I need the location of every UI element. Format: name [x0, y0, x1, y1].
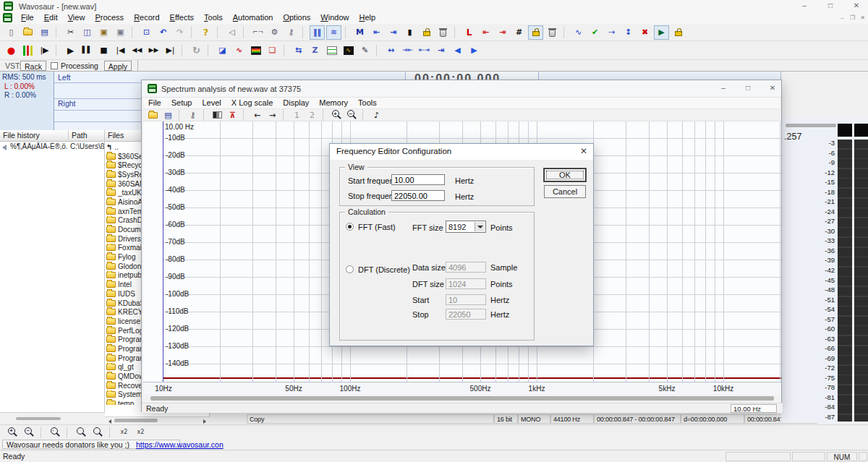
zoom-selection-icon[interactable]: ∙	[48, 425, 63, 440]
selection-left-icon[interactable]: ⇤⇥	[417, 43, 432, 58]
zoom-x2-out-icon[interactable]: x2	[116, 425, 132, 440]
envelope-lock-icon[interactable]	[671, 25, 686, 40]
loop-start-icon[interactable]: ⇤	[478, 25, 493, 40]
spec-peak-icon[interactable]: ⊼	[226, 109, 239, 121]
menu-tools[interactable]: Tools	[199, 12, 228, 24]
spectrum-titlebar[interactable]: Spectrum analysis of new.wav at 37375 – …	[142, 80, 781, 98]
loop-delete-icon[interactable]	[545, 25, 560, 40]
redo-icon[interactable]: ↷	[172, 25, 187, 40]
marker-delete-icon[interactable]	[435, 25, 451, 40]
dialog-close-icon[interactable]: ✕	[580, 146, 587, 156]
menu-record[interactable]: Record	[129, 12, 164, 24]
cursor-left-icon[interactable]: ◀	[450, 43, 465, 58]
files-scrollbar[interactable]	[105, 416, 210, 424]
copy-icon[interactable]: ◫	[80, 25, 95, 40]
undo-icon[interactable]: ↶	[156, 25, 171, 40]
spec-menu-level[interactable]: Level	[197, 98, 226, 108]
waveform-view-icon[interactable]: ‖‖	[310, 25, 325, 40]
spec-note-icon[interactable]: ♪	[370, 109, 383, 121]
spectrum-scrollbar[interactable]	[143, 395, 781, 403]
zoom-in-icon[interactable]: +	[5, 425, 20, 440]
envelope-icon[interactable]: ∿	[571, 25, 586, 40]
help-icon[interactable]: ?	[198, 25, 213, 40]
spec-menu-file[interactable]: File	[143, 98, 166, 108]
rewind-icon[interactable]: ◀◀	[129, 43, 145, 58]
donation-link[interactable]: https://www.wavosaur.con	[136, 440, 224, 449]
midi-routing-icon[interactable]: ⚙	[267, 25, 282, 40]
clip-indicator-right[interactable]	[854, 124, 868, 137]
scrollbar-thumb[interactable]	[16, 417, 61, 420]
menu-file[interactable]: File	[16, 12, 39, 24]
vst-rack-button[interactable]: Rack	[20, 61, 46, 71]
loop-lock-icon[interactable]	[528, 25, 543, 40]
menu-process[interactable]: Process	[90, 12, 129, 24]
crop-icon[interactable]: ⊡	[139, 25, 154, 40]
spec-memory1-icon[interactable]: 1	[290, 109, 304, 121]
envelope-v-icon[interactable]: ↕	[621, 25, 636, 40]
pause-icon[interactable]: ▌▌	[80, 43, 95, 58]
spec-open-icon[interactable]	[146, 109, 160, 121]
marker-lock-icon[interactable]	[419, 25, 434, 40]
beat-detect-icon[interactable]: ∿	[341, 43, 356, 58]
open-file-icon[interactable]	[20, 25, 35, 40]
dialog-titlebar[interactable]: Frequency Editor Configuration ✕	[330, 144, 593, 160]
path-header[interactable]: Path	[69, 130, 105, 142]
spectrum-view-icon[interactable]: ∿	[231, 43, 247, 58]
spec-memory2-icon[interactable]: 2	[305, 109, 319, 121]
cursor-right-icon[interactable]: ▶	[467, 43, 482, 58]
zoom-x2-in-icon[interactable]: x2	[133, 425, 148, 440]
file-history-header[interactable]: File history	[0, 130, 69, 142]
spec-menu-memory[interactable]: Memory	[314, 98, 353, 108]
cancel-button[interactable]: Cancel	[544, 185, 586, 198]
scrollbar-thumb[interactable]	[114, 419, 158, 422]
keyboard-shortcut-icon[interactable]: ⚷	[284, 25, 299, 40]
close-button[interactable]: ✕	[845, 0, 868, 12]
spec-menu-tools[interactable]: Tools	[353, 98, 382, 108]
menu-edit[interactable]: Edit	[39, 12, 63, 24]
menu-options[interactable]: Options	[278, 12, 315, 24]
marker-block-icon[interactable]: ▮	[402, 25, 417, 40]
menu-view[interactable]: View	[63, 12, 90, 24]
clip-indicator-left[interactable]	[838, 124, 852, 137]
zoom-vertical-icon[interactable]	[74, 425, 89, 440]
pencil-edit-icon[interactable]: ✎	[357, 43, 373, 58]
spec-settings-icon[interactable]: ⚷	[186, 109, 200, 121]
spectrum-close-button[interactable]: ✕	[762, 82, 783, 95]
spectrum-minimize-button[interactable]: –	[713, 82, 733, 95]
spec-next-icon[interactable]: →	[265, 109, 279, 121]
spec-menu-display[interactable]: Display	[278, 98, 314, 108]
menu-automation[interactable]: Automation	[228, 12, 278, 24]
ok-button[interactable]: OK	[544, 168, 586, 181]
selection-expand-icon[interactable]: ↔	[383, 43, 399, 58]
file-history-row[interactable]: %¶‚ÅÂµÄÎÂ-Ê®‚ö... C:\Users\ß÷ß÷...	[0, 142, 105, 152]
loop-play-icon[interactable]: ↻	[189, 43, 204, 58]
go-start-icon[interactable]: |◀	[113, 43, 128, 58]
envelope-play-icon[interactable]: ▶	[654, 25, 669, 40]
envelope-delete-icon[interactable]: ✖	[637, 25, 652, 40]
spec-prev-icon[interactable]: ←	[250, 109, 264, 121]
marker-next-icon[interactable]: ⇥	[386, 25, 401, 40]
sonogram-view-icon[interactable]	[248, 43, 263, 58]
spec-save-icon[interactable]: ▤	[161, 109, 175, 121]
marker-icon[interactable]: M	[352, 25, 367, 40]
play-icon[interactable]: ▶	[63, 43, 78, 58]
copy-part-icon[interactable]: ❏	[265, 43, 280, 58]
mdi-close-button[interactable]: ✕	[858, 14, 867, 22]
go-end-icon[interactable]: ▶|	[163, 43, 178, 58]
envelope-apply-icon[interactable]: ✔	[587, 25, 603, 40]
menu-effects[interactable]: Effects	[165, 12, 199, 24]
insert-icon[interactable]: ◪	[215, 43, 230, 58]
vst-apply-button[interactable]: Apply	[104, 61, 132, 71]
play-from-cursor-icon[interactable]: |▶	[37, 43, 52, 58]
selection-shrink-icon[interactable]: ⇥⇤	[400, 43, 415, 58]
spec-colormap-icon[interactable]	[210, 109, 224, 121]
cut-icon[interactable]: ✂	[63, 25, 78, 40]
combo-dropdown-icon[interactable]	[475, 222, 485, 231]
ruler-scrollbar-thumb[interactable]	[786, 124, 836, 127]
zero-cross-icon[interactable]: Z	[307, 43, 323, 58]
new-file-icon[interactable]: ▯	[4, 25, 19, 40]
loop-end-icon[interactable]: ⇥	[495, 25, 510, 40]
forward-icon[interactable]: ▶▶	[146, 43, 161, 58]
stop-icon[interactable]: ■	[96, 43, 111, 58]
file-history-scrollbar[interactable]	[0, 412, 105, 424]
